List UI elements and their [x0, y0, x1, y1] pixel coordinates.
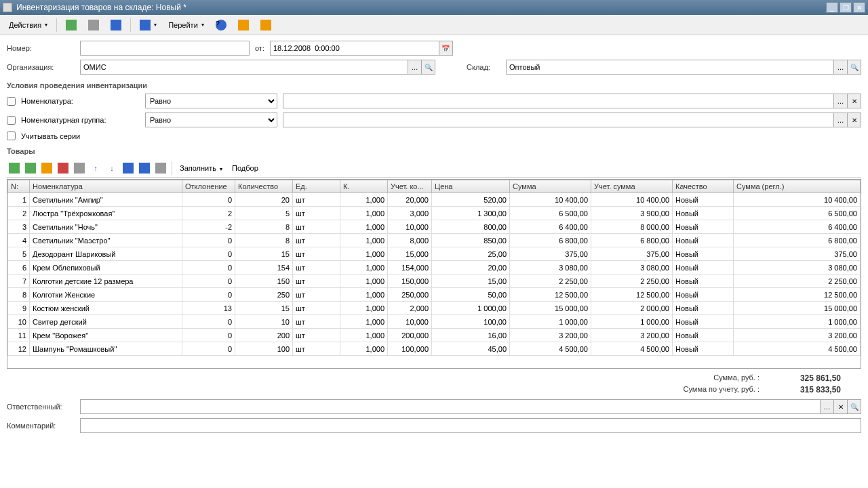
help-button[interactable]: ? — [211, 18, 231, 33]
selection-button[interactable]: Подбор — [228, 163, 262, 174]
nomenclature-group-clear-button[interactable]: ✕ — [848, 113, 861, 127]
grid-scroll[interactable]: N: Номенклатура Отклонение Количество Ед… — [7, 180, 861, 368]
row-edit-button[interactable] — [39, 161, 54, 176]
col-price[interactable]: Цена — [432, 180, 510, 193]
sort-desc-button[interactable] — [137, 161, 152, 176]
row-add-button[interactable] — [7, 161, 22, 176]
row-up-button[interactable]: ↑ — [88, 161, 103, 176]
copy-button[interactable] — [83, 18, 104, 33]
help-icon: ? — [216, 20, 226, 30]
list-button[interactable] — [233, 18, 254, 33]
responsible-label: Ответственный: — [7, 403, 75, 411]
nomenclature-group-select-button[interactable]: … — [834, 113, 848, 127]
warehouse-input[interactable] — [506, 60, 834, 75]
row-copy-icon — [74, 163, 85, 174]
nomenclature-group-checkbox[interactable] — [7, 116, 16, 125]
col-quality[interactable]: Качество — [673, 180, 734, 193]
table-row[interactable]: 6Крем Облепиховый0154шт1,000154,00020,00… — [8, 261, 861, 274]
conditions-title: Условия проведения инвентаризации — [7, 81, 861, 89]
table-row[interactable]: 7Колготки детские 12 размера0150шт1,0001… — [8, 274, 861, 288]
col-acc-qty[interactable]: Учет. ко... — [388, 180, 432, 193]
responsible-select-button[interactable]: … — [821, 399, 834, 414]
nomenclature-group-value-input[interactable] — [283, 113, 834, 127]
table-row[interactable]: 5Дезодорант Шариковый015шт1,00015,00025,… — [8, 247, 861, 261]
table-row[interactable]: 4Светильник "Маэстро"08шт1,0008,000850,0… — [8, 234, 861, 247]
number-input[interactable] — [80, 41, 250, 56]
print-menu[interactable]: ▾ — [135, 18, 161, 33]
actions-menu[interactable]: Действия▾ — [4, 19, 52, 31]
date-label: от: — [255, 44, 264, 52]
warehouse-select-button[interactable]: … — [834, 60, 848, 75]
grid-settings-button[interactable] — [153, 161, 168, 176]
date-picker-button[interactable]: 📅 — [439, 41, 453, 56]
sum-value: 325 861,50 — [773, 373, 841, 383]
table-toolbar: ↑ ↓ Заполнить ▾ Подбор — [7, 159, 861, 178]
org-search-button[interactable]: 🔍 — [422, 60, 435, 75]
row-add-icon — [9, 163, 20, 174]
col-sum[interactable]: Сумма — [510, 180, 591, 193]
col-n[interactable]: N: — [8, 180, 30, 193]
nomenclature-value-input[interactable] — [283, 94, 834, 108]
nomenclature-select-button[interactable]: … — [834, 94, 848, 108]
nomenclature-op-select[interactable]: Равно — [145, 94, 277, 108]
refresh-button[interactable] — [106, 18, 126, 33]
refresh-icon — [111, 20, 121, 30]
warehouse-search-button[interactable]: 🔍 — [848, 60, 861, 75]
window-title: Инвентаризация товаров на складе: Новый … — [16, 3, 826, 12]
minimize-button[interactable]: _ — [826, 2, 838, 13]
acc-sum-value: 315 833,50 — [773, 385, 841, 394]
close-button[interactable]: ✕ — [853, 2, 865, 13]
table-row[interactable]: 8Колготки Женские0250шт1,000250,00050,00… — [8, 288, 861, 302]
responsible-clear-button[interactable]: ✕ — [834, 399, 848, 414]
plus-icon — [66, 20, 77, 30]
col-qty[interactable]: Количество — [235, 180, 293, 193]
date-input[interactable] — [270, 41, 439, 56]
row-delete-icon — [58, 163, 68, 174]
series-checkbox[interactable] — [7, 131, 16, 140]
arrow-up-icon: ↑ — [94, 164, 98, 172]
org-input[interactable] — [80, 60, 408, 75]
nomenclature-group-op-select[interactable]: Равно — [145, 113, 277, 127]
table-row[interactable]: 3Светильник "Ночь"-28шт1,00010,000800,00… — [8, 220, 861, 234]
maximize-button[interactable]: ❐ — [840, 2, 852, 13]
row-copy-button[interactable] — [72, 161, 87, 176]
col-acc-sum[interactable]: Учет. сумма — [591, 180, 673, 193]
table-row[interactable]: 2Люстра "Трёхрожковая"25шт1,0003,0001 30… — [8, 207, 861, 220]
go-menu[interactable]: Перейти▾ — [163, 19, 209, 31]
settings-button[interactable] — [256, 18, 276, 33]
table-row[interactable]: 1Светильник "Ампир"020шт1,00020,000520,0… — [8, 193, 861, 207]
sort-asc-icon — [123, 163, 134, 174]
goods-table: N: Номенклатура Отклонение Количество Ед… — [7, 180, 861, 356]
nomenclature-label: Номенклатура: — [21, 97, 73, 105]
responsible-search-button[interactable]: 🔍 — [848, 399, 861, 414]
col-unit[interactable]: Ед. — [293, 180, 340, 193]
responsible-input[interactable] — [80, 399, 821, 414]
col-name[interactable]: Номенклатура — [30, 180, 182, 193]
separator — [130, 18, 131, 32]
row-down-button[interactable]: ↓ — [104, 161, 119, 176]
comment-input[interactable] — [80, 418, 861, 433]
table-row[interactable]: 11Крем "Ворожея"0200шт1,000200,00016,003… — [8, 329, 861, 342]
separator — [56, 18, 57, 32]
col-dev[interactable]: Отклонение — [182, 180, 235, 193]
col-k[interactable]: К. — [340, 180, 388, 193]
settings-icon — [260, 20, 271, 30]
nomenclature-checkbox[interactable] — [7, 97, 16, 106]
table-row[interactable]: 10Свитер детский010шт1,00010,000100,001 … — [8, 315, 861, 329]
col-reg-sum[interactable]: Сумма (регл.) — [734, 180, 861, 193]
fill-menu[interactable]: Заполнить ▾ — [176, 163, 226, 174]
row-insert-button[interactable] — [23, 161, 38, 176]
org-label: Организация: — [7, 63, 75, 71]
row-delete-button[interactable] — [56, 161, 71, 176]
table-row[interactable]: 9Костюм женский1315шт1,0002,0001 000,001… — [8, 302, 861, 315]
totals-block: Сумма, руб. : 325 861,50 Сумма по учету,… — [7, 369, 861, 399]
chevron-down-icon: ▾ — [45, 22, 47, 28]
form-body: Номер: от: 📅 Организация: … 🔍 Склад: … 🔍 — [0, 35, 868, 488]
table-row[interactable]: 12Шампунь "Ромашковый"0100шт1,000100,000… — [8, 342, 861, 356]
app-window: Инвентаризация товаров на складе: Новый … — [0, 0, 868, 488]
org-select-button[interactable]: … — [408, 60, 422, 75]
warehouse-label: Склад: — [467, 63, 500, 71]
add-button[interactable] — [61, 18, 81, 33]
sort-asc-button[interactable] — [121, 161, 136, 176]
nomenclature-clear-button[interactable]: ✕ — [848, 94, 861, 108]
